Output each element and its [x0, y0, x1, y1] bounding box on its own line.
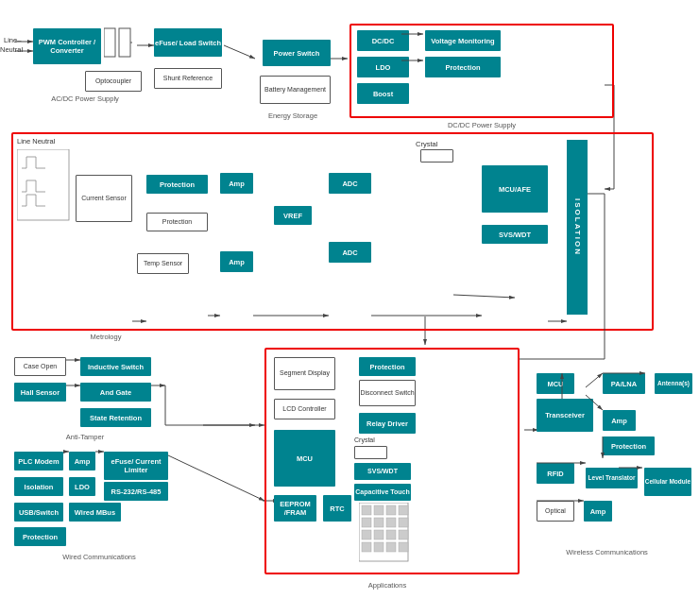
apps-crystal-box	[354, 446, 387, 459]
pwm-block: PWM Controller / Converter	[33, 28, 101, 64]
disconnect-block: Disconnect Switch	[359, 380, 416, 406]
apps-protection-block: Protection	[359, 357, 416, 376]
relay-block: Relay Driver	[359, 413, 416, 434]
svg-rect-66	[399, 530, 408, 539]
apps-svs-wdt: SVS/WDT	[354, 463, 411, 480]
svg-rect-58	[399, 505, 408, 515]
svg-rect-55	[362, 505, 371, 515]
antitamper-arrows	[0, 350, 264, 444]
svg-line-4	[224, 45, 255, 59]
svg-rect-59	[362, 518, 371, 527]
optocoupler-block: Optocoupler	[85, 71, 142, 92]
svg-line-77	[586, 395, 603, 410]
dcdc-label: DC/DC Power Supply	[350, 121, 614, 129]
power-switch-block: Power Switch	[263, 40, 331, 66]
metrology-label: Metrology	[11, 333, 200, 341]
svg-rect-61	[386, 518, 396, 527]
svg-rect-63	[362, 530, 371, 539]
svg-rect-62	[399, 518, 408, 527]
rtc-block: RTC	[323, 495, 351, 522]
svg-rect-65	[386, 530, 396, 539]
dcdc-inner-lines	[350, 24, 614, 118]
svg-rect-57	[386, 505, 396, 515]
shunt-block: Shunt Reference	[154, 68, 222, 89]
svg-line-75	[586, 373, 603, 387]
lcd-ctrl-block: LCD Controller	[274, 399, 335, 419]
svg-rect-70	[399, 542, 408, 552]
acdc-label: AC/DC Power Supply	[33, 94, 137, 103]
svg-rect-68	[374, 542, 384, 552]
keypad-symbol	[359, 503, 411, 564]
segment-display-block: Segment Display	[274, 357, 335, 390]
svg-rect-16	[119, 28, 130, 57]
svg-rect-67	[362, 542, 371, 552]
transformer-symbol	[104, 24, 132, 71]
svg-rect-64	[374, 530, 384, 539]
svg-rect-60	[374, 518, 384, 527]
neutral-label: Neutral	[0, 45, 23, 54]
svg-line-48	[453, 295, 515, 298]
line-label: Line–	[4, 36, 21, 44]
energy-label: Energy Storage	[246, 111, 340, 120]
svg-rect-56	[374, 505, 384, 515]
wired-arrows	[0, 442, 274, 556]
diagram: Line– Neutral PWM Controller / Converter…	[0, 0, 699, 616]
apps-label: Applications	[331, 581, 444, 590]
svg-line-73	[168, 455, 264, 501]
iso-to-apps	[520, 132, 614, 368]
battery-block: Battery Management	[260, 76, 331, 104]
wireless-label: Wireless Communications	[529, 548, 685, 556]
wireless-arrows	[524, 350, 699, 539]
svg-rect-69	[386, 542, 396, 552]
efuse-block: eFuse/ Load Switch	[154, 28, 222, 57]
cap-touch-block: Capacitive Touch	[354, 484, 411, 501]
svg-rect-15	[104, 28, 115, 57]
apps-crystal-label: Crystal	[354, 436, 375, 443]
eeprom-block: EEPROM /FRAM	[274, 495, 316, 522]
apps-mcu-block: MCU	[274, 430, 335, 487]
